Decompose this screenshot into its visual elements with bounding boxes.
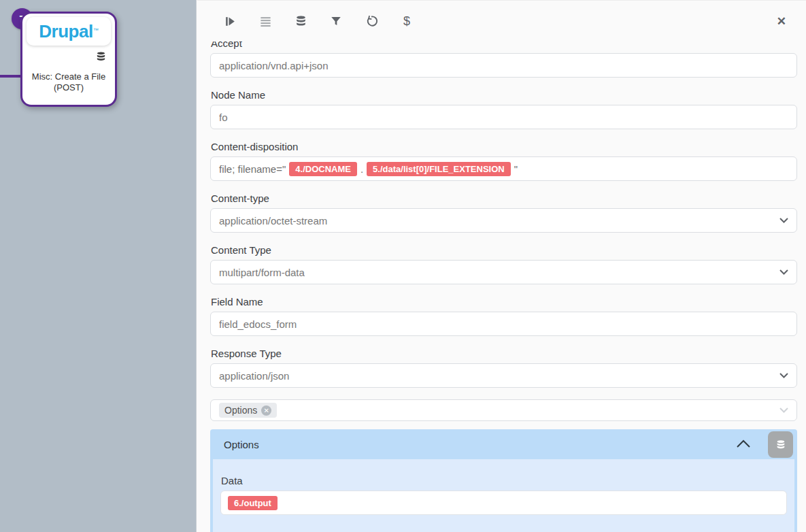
list-icon[interactable]: [258, 14, 272, 28]
node-connector-line: [0, 75, 23, 78]
options-section-title: Options: [224, 439, 259, 450]
options-chip[interactable]: Options ✕: [219, 403, 277, 418]
filter-icon[interactable]: [329, 14, 343, 28]
trademark-symbol: ™: [93, 27, 99, 33]
selected-value: multipart/form-data: [219, 267, 305, 278]
options-multiselect[interactable]: Options ✕: [210, 399, 797, 421]
field-response-type: Response Type application/json: [210, 348, 797, 388]
data-reference-chip[interactable]: 4./DOCNAME: [289, 162, 357, 176]
field-content-disposition: Content-disposition file; filename=" 4./…: [210, 141, 797, 181]
content-disposition-label: Content-disposition: [211, 141, 797, 152]
text-segment: ": [514, 163, 518, 175]
content-type-select[interactable]: multipart/form-data: [210, 260, 797, 284]
drupal-node-card[interactable]: Drupal™ Misc: Create a File (POST): [20, 12, 117, 107]
workflow-canvas[interactable]: 7 Drupal™ Misc: Create a File (POST): [0, 0, 197, 532]
text-segment: file; filename=": [219, 163, 286, 175]
chevron-down-icon: [779, 218, 788, 223]
selected-value: application/octet-stream: [219, 215, 327, 227]
chevron-down-icon: [779, 269, 788, 275]
response-type-select[interactable]: application/json: [210, 363, 797, 388]
config-form: Accept Node Name Content-disposition fil…: [197, 41, 806, 532]
dollar-icon[interactable]: $: [400, 14, 414, 28]
field-content-type: Content Type multipart/form-data: [210, 244, 797, 284]
node-name-input[interactable]: [210, 105, 797, 129]
field-content-type-header: Content-type application/octet-stream: [210, 193, 797, 233]
run-step-icon[interactable]: [223, 14, 237, 28]
options-section-header[interactable]: Options: [213, 429, 794, 459]
node-data-indicator: [27, 46, 111, 66]
field-name-input[interactable]: [210, 312, 797, 336]
text-segment: .: [360, 163, 363, 175]
content-disposition-input[interactable]: file; filename=" 4./DOCNAME . 5./data/li…: [210, 156, 797, 181]
accept-label: Accept: [211, 41, 797, 49]
accept-input[interactable]: [210, 53, 797, 78]
data-reference-chip[interactable]: 6./output: [228, 496, 278, 510]
undo-icon[interactable]: [365, 14, 378, 28]
options-section: Options Data 6./outpu: [210, 429, 797, 532]
node-title-line1: Misc: Create a File: [27, 71, 111, 82]
chevron-down-icon: [779, 408, 788, 413]
drupal-logo: Drupal™: [27, 17, 111, 46]
field-field-name: Field Name: [210, 296, 797, 336]
field-node-name: Node Name: [210, 89, 797, 129]
field-name-label: Field Name: [211, 296, 797, 307]
response-type-label: Response Type: [211, 348, 797, 359]
content-type-label: Content Type: [211, 244, 797, 256]
app-window: 7 Drupal™ Misc: Create a File (POST): [0, 0, 806, 532]
database-icon: [95, 51, 107, 63]
data-reference-chip[interactable]: 5./data/list[0]/FILE_EXTENSION: [367, 162, 511, 176]
data-label: Data: [221, 475, 787, 486]
options-chip-label: Options: [224, 405, 257, 416]
selected-value: application/json: [219, 370, 289, 382]
database-icon[interactable]: [294, 14, 307, 28]
database-icon: [775, 439, 786, 450]
content-type-header-label: Content-type: [211, 193, 797, 204]
close-icon[interactable]: ✕: [777, 16, 786, 27]
options-section-body: Data 6./output: [213, 459, 794, 532]
chevron-up-icon[interactable]: [736, 439, 751, 448]
node-config-panel: $ ✕ Accept Node Name Content-disposition…: [197, 0, 806, 532]
panel-toolbar: $ ✕: [197, 1, 806, 41]
data-input[interactable]: 6./output: [220, 491, 787, 515]
drupal-wordmark: Drupal: [39, 21, 93, 42]
chevron-down-icon: [779, 373, 788, 378]
content-type-header-select[interactable]: application/octet-stream: [210, 208, 797, 233]
node-title: Misc: Create a File (POST): [27, 71, 111, 93]
node-name-label: Node Name: [211, 89, 797, 101]
options-data-button[interactable]: [768, 431, 793, 458]
node-title-line2: (POST): [27, 82, 111, 93]
remove-chip-icon[interactable]: ✕: [261, 405, 271, 416]
field-accept: Accept: [210, 41, 797, 78]
